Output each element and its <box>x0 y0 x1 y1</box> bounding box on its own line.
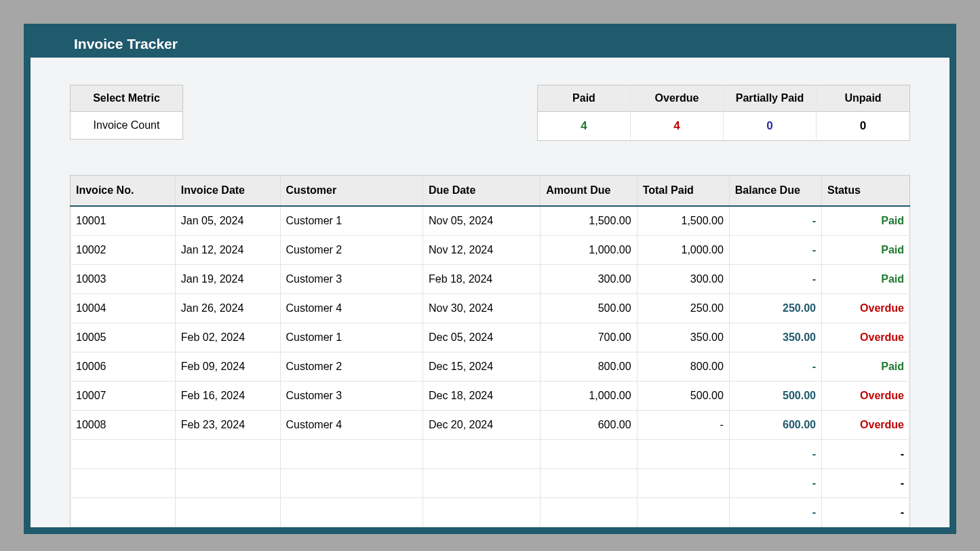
cell-invoice-date <box>175 498 280 527</box>
status-cell: Overdue4 <box>631 85 724 140</box>
cell-total-paid: 800.00 <box>637 352 729 382</box>
col-header-customer: Customer <box>280 176 423 207</box>
cell-customer <box>280 469 423 498</box>
cell-status: Overdue <box>821 323 909 352</box>
cell-total-paid: 500.00 <box>637 382 729 411</box>
cell-invoice-no: 10004 <box>71 294 176 323</box>
status-label: Overdue <box>631 85 723 112</box>
cell-status: Overdue <box>821 382 909 411</box>
cell-amount-due: 1,000.00 <box>541 236 637 265</box>
cell-invoice-date: Feb 09, 2024 <box>175 352 280 382</box>
cell-invoice-no <box>71 440 176 469</box>
cell-invoice-no: 10002 <box>71 236 176 265</box>
cell-invoice-date: Jan 12, 2024 <box>175 236 280 265</box>
cell-due-date: Dec 18, 2024 <box>423 382 540 411</box>
cell-due-date: Dec 15, 2024 <box>423 352 540 382</box>
cell-status: Paid <box>821 265 909 294</box>
table-row[interactable]: 10008Feb 23, 2024Customer 4Dec 20, 20246… <box>71 411 910 440</box>
status-label: Paid <box>538 85 630 112</box>
table-row[interactable]: 10005Feb 02, 2024Customer 1Dec 05, 20247… <box>71 323 910 352</box>
table-row[interactable]: 10002Jan 12, 2024Customer 2Nov 12, 20241… <box>71 236 910 265</box>
cell-amount-due: 500.00 <box>541 294 637 323</box>
cell-balance-due: - <box>729 440 821 469</box>
table-row[interactable]: 10006Feb 09, 2024Customer 2Dec 15, 20248… <box>71 352 910 382</box>
cell-balance-due: - <box>729 206 821 236</box>
cell-due-date: Nov 05, 2024 <box>423 206 540 236</box>
table-row[interactable]: 10004Jan 26, 2024Customer 4Nov 30, 20245… <box>71 294 910 323</box>
header-bar: Invoice Tracker <box>31 30 949 58</box>
page-title: Invoice Tracker <box>74 36 178 52</box>
cell-invoice-no: 10003 <box>71 265 176 294</box>
col-header-total-paid: Total Paid <box>637 176 729 207</box>
cell-invoice-no <box>71 498 176 527</box>
cell-due-date <box>423 469 540 498</box>
content-area: Select Metric Invoice Count Paid4Overdue… <box>31 58 949 527</box>
cell-total-paid: 350.00 <box>637 323 729 352</box>
cell-total-paid: 1,500.00 <box>637 206 729 236</box>
cell-status: Paid <box>821 236 909 265</box>
status-label: Partially Paid <box>724 85 816 112</box>
cell-balance-due: - <box>729 236 821 265</box>
status-cell: Unpaid0 <box>817 85 909 140</box>
status-label: Unpaid <box>817 85 909 112</box>
table-row[interactable]: 10003Jan 19, 2024Customer 3Feb 18, 20243… <box>71 265 910 294</box>
cell-amount-due: 1,500.00 <box>541 206 637 236</box>
cell-total-paid: 1,000.00 <box>637 236 729 265</box>
cell-balance-due: - <box>729 469 821 498</box>
cell-amount-due <box>541 498 637 527</box>
cell-due-date: Dec 20, 2024 <box>423 411 540 440</box>
status-cell: Paid4 <box>538 85 631 140</box>
cell-customer: Customer 4 <box>280 411 423 440</box>
status-summary: Paid4Overdue4Partially Paid0Unpaid0 <box>537 85 910 141</box>
cell-balance-due: - <box>729 352 821 382</box>
metric-label: Select Metric <box>71 85 182 112</box>
cell-due-date: Dec 05, 2024 <box>423 323 540 352</box>
cell-balance-due: 250.00 <box>729 294 821 323</box>
cell-customer <box>280 498 423 527</box>
table-row[interactable]: -- <box>71 469 910 498</box>
cell-status: Overdue <box>821 411 909 440</box>
cell-amount-due: 600.00 <box>541 411 637 440</box>
cell-invoice-date: Feb 23, 2024 <box>175 411 280 440</box>
table-row[interactable]: 10007Feb 16, 2024Customer 3Dec 18, 20241… <box>71 382 910 411</box>
cell-amount-due: 800.00 <box>541 352 637 382</box>
cell-customer: Customer 4 <box>280 294 423 323</box>
cell-total-paid <box>637 440 729 469</box>
cell-total-paid: 250.00 <box>637 294 729 323</box>
cell-total-paid <box>637 469 729 498</box>
cell-invoice-date: Jan 19, 2024 <box>175 265 280 294</box>
cell-due-date: Feb 18, 2024 <box>423 265 540 294</box>
cell-total-paid: 300.00 <box>637 265 729 294</box>
invoice-table: Invoice No. Invoice Date Customer Due Da… <box>70 175 910 527</box>
cell-status: - <box>821 498 909 527</box>
cell-amount-due: 1,000.00 <box>541 382 637 411</box>
cell-customer: Customer 2 <box>280 352 423 382</box>
cell-balance-due: - <box>729 498 821 527</box>
table-row[interactable]: -- <box>71 440 910 469</box>
cell-customer: Customer 3 <box>280 265 423 294</box>
cell-balance-due: 350.00 <box>729 323 821 352</box>
cell-amount-due: 300.00 <box>541 265 637 294</box>
cell-customer: Customer 1 <box>280 206 423 236</box>
cell-invoice-date: Jan 05, 2024 <box>175 206 280 236</box>
cell-status: Overdue <box>821 294 909 323</box>
cell-status: - <box>821 440 909 469</box>
metric-selector: Select Metric Invoice Count <box>70 85 183 140</box>
cell-amount-due <box>541 440 637 469</box>
page-frame: Invoice Tracker Select Metric Invoice Co… <box>24 24 956 534</box>
cell-customer: Customer 1 <box>280 323 423 352</box>
status-value: 0 <box>817 112 909 140</box>
cell-amount-due: 700.00 <box>541 323 637 352</box>
metric-value[interactable]: Invoice Count <box>71 112 182 139</box>
cell-customer: Customer 3 <box>280 382 423 411</box>
cell-invoice-date: Feb 16, 2024 <box>175 382 280 411</box>
cell-invoice-no <box>71 469 176 498</box>
table-row[interactable]: 10001Jan 05, 2024Customer 1Nov 05, 20241… <box>71 206 910 236</box>
table-row[interactable]: -- <box>71 498 910 527</box>
cell-due-date <box>423 440 540 469</box>
col-header-due-date: Due Date <box>423 176 540 207</box>
cell-customer <box>280 440 423 469</box>
cell-total-paid <box>637 498 729 527</box>
col-header-invoice-date: Invoice Date <box>175 176 280 207</box>
cell-balance-due: 600.00 <box>729 411 821 440</box>
